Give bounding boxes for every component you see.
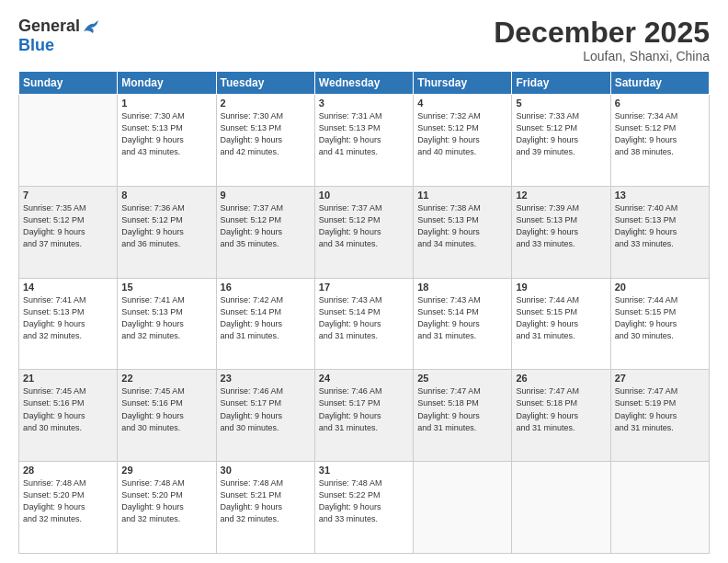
- logo-bird-icon: [82, 18, 102, 35]
- table-row: 19Sunrise: 7:44 AM Sunset: 5:15 PM Dayli…: [512, 278, 610, 370]
- day-info: Sunrise: 7:37 AM Sunset: 5:12 PM Dayligh…: [221, 202, 311, 250]
- table-row: 7Sunrise: 7:35 AM Sunset: 5:12 PM Daylig…: [19, 186, 118, 278]
- calendar-week-row: 21Sunrise: 7:45 AM Sunset: 5:16 PM Dayli…: [19, 370, 710, 462]
- day-info: Sunrise: 7:48 AM Sunset: 5:22 PM Dayligh…: [319, 477, 409, 525]
- day-number: 15: [121, 282, 211, 293]
- table-row: 4Sunrise: 7:32 AM Sunset: 5:12 PM Daylig…: [414, 95, 512, 187]
- day-info: Sunrise: 7:43 AM Sunset: 5:14 PM Dayligh…: [319, 294, 409, 342]
- day-number: 24: [319, 373, 409, 384]
- day-info: Sunrise: 7:47 AM Sunset: 5:18 PM Dayligh…: [516, 385, 606, 433]
- day-number: 21: [23, 373, 113, 384]
- table-row: 16Sunrise: 7:42 AM Sunset: 5:14 PM Dayli…: [216, 278, 314, 370]
- day-number: 7: [23, 190, 113, 201]
- day-info: Sunrise: 7:47 AM Sunset: 5:19 PM Dayligh…: [615, 385, 705, 433]
- day-number: 23: [221, 373, 311, 384]
- day-info: Sunrise: 7:36 AM Sunset: 5:12 PM Dayligh…: [121, 202, 211, 250]
- logo-blue-text: Blue: [18, 36, 54, 54]
- header: General Blue December 2025 Loufan, Shanx…: [18, 17, 710, 63]
- table-row: 22Sunrise: 7:45 AM Sunset: 5:16 PM Dayli…: [118, 370, 216, 462]
- day-info: Sunrise: 7:39 AM Sunset: 5:13 PM Dayligh…: [516, 202, 606, 250]
- table-row: 24Sunrise: 7:46 AM Sunset: 5:17 PM Dayli…: [314, 370, 413, 462]
- table-row: 20Sunrise: 7:44 AM Sunset: 5:15 PM Dayli…: [610, 278, 709, 370]
- day-number: 28: [23, 465, 113, 476]
- day-number: 12: [516, 190, 606, 201]
- calendar-week-row: 14Sunrise: 7:41 AM Sunset: 5:13 PM Dayli…: [19, 278, 710, 370]
- day-info: Sunrise: 7:48 AM Sunset: 5:20 PM Dayligh…: [121, 477, 211, 525]
- day-number: 27: [615, 373, 705, 384]
- day-number: 9: [221, 190, 311, 201]
- table-row: 13Sunrise: 7:40 AM Sunset: 5:13 PM Dayli…: [610, 186, 709, 278]
- day-number: 4: [417, 98, 507, 109]
- col-saturday: Saturday: [610, 72, 709, 95]
- day-number: 20: [615, 282, 705, 293]
- day-info: Sunrise: 7:44 AM Sunset: 5:15 PM Dayligh…: [615, 294, 705, 342]
- day-info: Sunrise: 7:35 AM Sunset: 5:12 PM Dayligh…: [23, 202, 113, 250]
- table-row: 30Sunrise: 7:48 AM Sunset: 5:21 PM Dayli…: [216, 462, 314, 554]
- day-number: 5: [516, 98, 606, 109]
- table-row: 31Sunrise: 7:48 AM Sunset: 5:22 PM Dayli…: [314, 462, 413, 554]
- day-info: Sunrise: 7:30 AM Sunset: 5:13 PM Dayligh…: [121, 110, 211, 158]
- table-row: 15Sunrise: 7:41 AM Sunset: 5:13 PM Dayli…: [118, 278, 216, 370]
- day-info: Sunrise: 7:30 AM Sunset: 5:13 PM Dayligh…: [221, 110, 311, 158]
- day-info: Sunrise: 7:31 AM Sunset: 5:13 PM Dayligh…: [319, 110, 409, 158]
- table-row: 9Sunrise: 7:37 AM Sunset: 5:12 PM Daylig…: [216, 186, 314, 278]
- logo: General Blue: [18, 17, 102, 55]
- day-number: 8: [121, 190, 211, 201]
- table-row: 6Sunrise: 7:34 AM Sunset: 5:12 PM Daylig…: [610, 95, 709, 187]
- day-number: 13: [615, 190, 705, 201]
- table-row: [512, 462, 610, 554]
- day-number: 16: [221, 282, 311, 293]
- day-number: 31: [319, 465, 409, 476]
- table-row: 14Sunrise: 7:41 AM Sunset: 5:13 PM Dayli…: [19, 278, 118, 370]
- table-row: 25Sunrise: 7:47 AM Sunset: 5:18 PM Dayli…: [414, 370, 512, 462]
- day-number: 14: [23, 282, 113, 293]
- day-number: 6: [615, 98, 705, 109]
- day-info: Sunrise: 7:41 AM Sunset: 5:13 PM Dayligh…: [121, 294, 211, 342]
- table-row: 17Sunrise: 7:43 AM Sunset: 5:14 PM Dayli…: [314, 278, 413, 370]
- table-row: 12Sunrise: 7:39 AM Sunset: 5:13 PM Dayli…: [512, 186, 610, 278]
- table-row: 8Sunrise: 7:36 AM Sunset: 5:12 PM Daylig…: [118, 186, 216, 278]
- page: General Blue December 2025 Loufan, Shanx…: [0, 0, 728, 563]
- table-row: 28Sunrise: 7:48 AM Sunset: 5:20 PM Dayli…: [19, 462, 118, 554]
- table-row: 5Sunrise: 7:33 AM Sunset: 5:12 PM Daylig…: [512, 95, 610, 187]
- day-info: Sunrise: 7:40 AM Sunset: 5:13 PM Dayligh…: [615, 202, 705, 250]
- calendar-week-row: 7Sunrise: 7:35 AM Sunset: 5:12 PM Daylig…: [19, 186, 710, 278]
- col-monday: Monday: [118, 72, 216, 95]
- table-row: 29Sunrise: 7:48 AM Sunset: 5:20 PM Dayli…: [118, 462, 216, 554]
- table-row: [19, 95, 118, 187]
- table-row: 27Sunrise: 7:47 AM Sunset: 5:19 PM Dayli…: [610, 370, 709, 462]
- day-info: Sunrise: 7:46 AM Sunset: 5:17 PM Dayligh…: [221, 385, 311, 433]
- day-number: 22: [121, 373, 211, 384]
- day-info: Sunrise: 7:43 AM Sunset: 5:14 PM Dayligh…: [417, 294, 507, 342]
- table-row: 1Sunrise: 7:30 AM Sunset: 5:13 PM Daylig…: [118, 95, 216, 187]
- day-info: Sunrise: 7:48 AM Sunset: 5:20 PM Dayligh…: [23, 477, 113, 525]
- day-number: 26: [516, 373, 606, 384]
- table-row: 18Sunrise: 7:43 AM Sunset: 5:14 PM Dayli…: [414, 278, 512, 370]
- day-number: 19: [516, 282, 606, 293]
- table-row: [414, 462, 512, 554]
- day-info: Sunrise: 7:37 AM Sunset: 5:12 PM Dayligh…: [319, 202, 409, 250]
- day-number: 3: [319, 98, 409, 109]
- calendar-table: Sunday Monday Tuesday Wednesday Thursday…: [18, 71, 710, 554]
- col-sunday: Sunday: [19, 72, 118, 95]
- logo-general-text: General: [18, 17, 80, 36]
- table-row: 23Sunrise: 7:46 AM Sunset: 5:17 PM Dayli…: [216, 370, 314, 462]
- day-number: 29: [121, 465, 211, 476]
- col-wednesday: Wednesday: [314, 72, 413, 95]
- day-info: Sunrise: 7:45 AM Sunset: 5:16 PM Dayligh…: [23, 385, 113, 433]
- day-info: Sunrise: 7:32 AM Sunset: 5:12 PM Dayligh…: [417, 110, 507, 158]
- table-row: [610, 462, 709, 554]
- day-info: Sunrise: 7:38 AM Sunset: 5:13 PM Dayligh…: [417, 202, 507, 250]
- col-thursday: Thursday: [414, 72, 512, 95]
- location: Loufan, Shanxi, China: [494, 49, 710, 63]
- day-number: 10: [319, 190, 409, 201]
- day-info: Sunrise: 7:41 AM Sunset: 5:13 PM Dayligh…: [23, 294, 113, 342]
- table-row: 3Sunrise: 7:31 AM Sunset: 5:13 PM Daylig…: [314, 95, 413, 187]
- day-info: Sunrise: 7:33 AM Sunset: 5:12 PM Dayligh…: [516, 110, 606, 158]
- day-number: 11: [417, 190, 507, 201]
- day-info: Sunrise: 7:42 AM Sunset: 5:14 PM Dayligh…: [221, 294, 311, 342]
- day-info: Sunrise: 7:44 AM Sunset: 5:15 PM Dayligh…: [516, 294, 606, 342]
- day-info: Sunrise: 7:45 AM Sunset: 5:16 PM Dayligh…: [121, 385, 211, 433]
- day-number: 25: [417, 373, 507, 384]
- day-number: 30: [221, 465, 311, 476]
